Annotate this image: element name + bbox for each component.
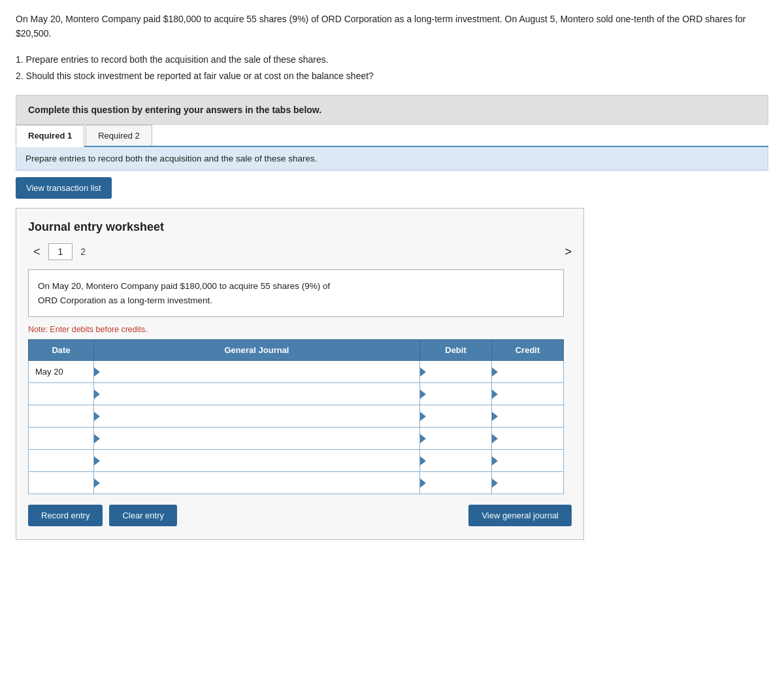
date-cell-5 <box>29 450 94 472</box>
journal-input-6[interactable] <box>103 472 419 494</box>
debit-input-4[interactable] <box>429 428 491 449</box>
credit-indicator-5 <box>492 456 498 465</box>
credit-cell-3[interactable] <box>492 405 564 428</box>
date-cell-4 <box>29 428 94 450</box>
journal-cell-2[interactable] <box>94 383 420 405</box>
credit-cell-2[interactable] <box>492 383 564 405</box>
credit-indicator-3 <box>492 412 498 421</box>
next-page-button[interactable]: > <box>564 245 572 259</box>
journal-entry-worksheet: Journal entry worksheet < 1 2 > On May 2… <box>16 208 584 540</box>
view-transaction-button[interactable]: View transaction list <box>16 177 112 199</box>
debit-indicator-3 <box>420 412 426 421</box>
row-indicator-4 <box>94 434 100 443</box>
credit-indicator-2 <box>492 390 498 399</box>
problem-text: On May 20, Montero Company paid $180,000… <box>16 12 768 41</box>
instruction-1: 1. Prepare entries to record both the ac… <box>16 52 768 68</box>
record-entry-button[interactable]: Record entry <box>28 505 103 526</box>
credit-input-6[interactable] <box>501 472 563 494</box>
worksheet-title: Journal entry worksheet <box>28 220 572 234</box>
debit-cell-2[interactable] <box>420 383 492 405</box>
clear-entry-button[interactable]: Clear entry <box>109 505 177 526</box>
row-indicator-1 <box>94 367 100 377</box>
table-row <box>29 428 564 450</box>
row-indicator-5 <box>94 456 100 465</box>
table-row <box>29 450 564 472</box>
journal-input-5[interactable] <box>103 450 419 471</box>
row-indicator-2 <box>94 390 100 399</box>
credit-indicator-1 <box>492 367 498 377</box>
journal-input-3[interactable] <box>103 405 419 427</box>
debit-indicator-5 <box>420 456 426 465</box>
credit-cell-5[interactable] <box>492 450 564 472</box>
credit-indicator-4 <box>492 434 498 443</box>
table-row <box>29 383 564 405</box>
debit-indicator-2 <box>420 390 426 399</box>
transaction-description: On May 20, Montero Company paid $180,000… <box>28 269 564 317</box>
col-header-date: Date <box>29 340 94 361</box>
debit-input-6[interactable] <box>429 472 491 494</box>
debit-cell-4[interactable] <box>420 428 492 450</box>
debit-cell-6[interactable] <box>420 472 492 494</box>
credit-cell-6[interactable] <box>492 472 564 494</box>
journal-cell-3[interactable] <box>94 405 420 428</box>
col-header-debit: Debit <box>420 340 492 361</box>
debit-cell-3[interactable] <box>420 405 492 428</box>
debit-input-5[interactable] <box>429 450 491 471</box>
col-header-general-journal: General Journal <box>94 340 420 361</box>
instructions: 1. Prepare entries to record both the ac… <box>16 52 768 84</box>
credit-cell-1[interactable] <box>492 361 564 383</box>
credit-cell-4[interactable] <box>492 428 564 450</box>
current-page-box: 1 <box>48 243 73 260</box>
date-cell-6 <box>29 472 94 494</box>
journal-cell-5[interactable] <box>94 450 420 472</box>
journal-table: Date General Journal Debit Credit May 20 <box>28 339 564 494</box>
tab-required-1[interactable]: Required 1 <box>16 125 84 147</box>
col-header-credit: Credit <box>492 340 564 361</box>
debit-indicator-6 <box>420 479 426 488</box>
debit-input-3[interactable] <box>429 405 491 427</box>
tab-required-2[interactable]: Required 2 <box>86 125 152 146</box>
journal-cell-1[interactable] <box>94 361 420 383</box>
journal-cell-4[interactable] <box>94 428 420 450</box>
prev-page-button[interactable]: < <box>28 244 46 260</box>
journal-input-2[interactable] <box>103 383 419 405</box>
journal-input-1[interactable] <box>103 361 419 382</box>
tab-content-description: Prepare entries to record both the acqui… <box>16 147 768 171</box>
journal-cell-6[interactable] <box>94 472 420 494</box>
debit-cell-5[interactable] <box>420 450 492 472</box>
debit-input-2[interactable] <box>429 383 491 405</box>
debit-input-1[interactable] <box>429 361 491 382</box>
view-general-journal-button[interactable]: View general journal <box>468 505 572 526</box>
credit-input-2[interactable] <box>501 383 563 405</box>
row-indicator-3 <box>94 412 100 421</box>
row-indicator-6 <box>94 479 100 488</box>
credit-input-4[interactable] <box>501 428 563 449</box>
table-row <box>29 472 564 494</box>
date-cell-2 <box>29 383 94 405</box>
note-text: Note: Enter debits before credits. <box>28 325 572 334</box>
instruction-2: 2. Should this stock investment be repor… <box>16 68 768 84</box>
table-row: May 20 <box>29 361 564 383</box>
debit-indicator-1 <box>420 367 426 377</box>
date-cell-1: May 20 <box>29 361 94 383</box>
debit-indicator-4 <box>420 434 426 443</box>
credit-input-1[interactable] <box>501 361 563 382</box>
debit-cell-1[interactable] <box>420 361 492 383</box>
problem-description: On May 20, Montero Company paid $180,000… <box>16 14 745 39</box>
credit-input-5[interactable] <box>501 450 563 471</box>
credit-indicator-6 <box>492 479 498 488</box>
journal-input-4[interactable] <box>103 428 419 449</box>
navigation-row: < 1 2 > <box>28 243 572 260</box>
credit-input-3[interactable] <box>501 405 563 427</box>
tabs-row: Required 1 Required 2 <box>16 125 768 147</box>
date-cell-3 <box>29 405 94 428</box>
complete-question-banner: Complete this question by entering your … <box>16 95 768 125</box>
page-2-label: 2 <box>80 246 86 257</box>
action-buttons-row: Record entry Clear entry View general jo… <box>28 505 572 526</box>
table-row <box>29 405 564 428</box>
